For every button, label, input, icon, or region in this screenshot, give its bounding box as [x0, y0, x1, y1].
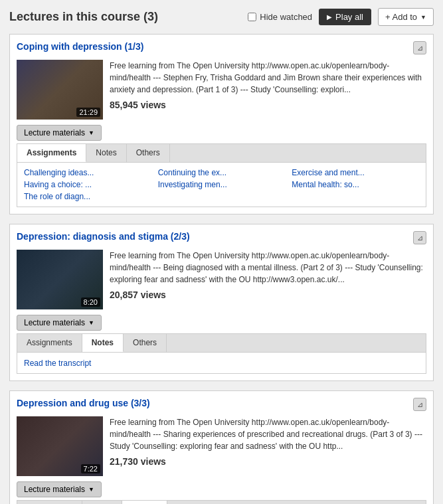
lecture-desc-3: Free learning from The Open University h…	[110, 416, 426, 452]
views-count-2: 20,857 views	[110, 290, 426, 300]
materials-dropdown-1[interactable]: Lecture materials	[17, 125, 102, 141]
tab-others-2[interactable]: Others	[124, 334, 167, 352]
hide-watched-checkbox[interactable]	[248, 13, 256, 21]
lecture-desc-2: Free learning from The Open University h…	[110, 250, 426, 286]
lecture-header-3: Depression and drug use (3/3) ⊿	[17, 398, 426, 411]
links-grid-1: Challenging ideas... Continuing the ex..…	[24, 168, 419, 201]
lecture-card-1: Coping with depression (1/3) ⊿ 21:29 Fre…	[9, 34, 434, 214]
lecture-info-2: Free learning from The Open University h…	[110, 250, 426, 309]
add-to-button[interactable]: + Add to	[378, 8, 434, 26]
link-1-5[interactable]: Investigating men...	[158, 180, 286, 189]
tabs-3: Assignments Notes Others	[17, 501, 426, 504]
materials-dropdown-2[interactable]: Lecture materials	[17, 315, 102, 331]
link-1-1[interactable]: Challenging ideas...	[24, 168, 151, 177]
lecture-body-2: 8:20 Free learning from The Open Univers…	[17, 250, 426, 309]
lecture-thumbnail-2[interactable]: 8:20	[17, 250, 103, 309]
lecture-thumbnail-3[interactable]: 7:22	[17, 416, 103, 476]
materials-section-3: Lecture materials Assignments Notes Othe…	[17, 481, 426, 504]
page-title: Lectures in this course (3)	[9, 10, 158, 24]
tab-assignments-1[interactable]: Assignments	[17, 144, 86, 162]
materials-panel-2: Assignments Notes Others Read the transc…	[17, 333, 426, 374]
lecture-info-1: Free learning from The Open University h…	[110, 60, 426, 120]
tab-content-1: Challenging ideas... Continuing the ex..…	[17, 163, 426, 207]
lecture-title-2[interactable]: Depression: diagnosis and stigma (2/3)	[17, 231, 190, 242]
lecture-body-3: 7:22 Free learning from The Open Univers…	[17, 416, 426, 476]
lecture-card-2: Depression: diagnosis and stigma (2/3) ⊿…	[9, 224, 434, 381]
tab-assignments-3[interactable]: Assignments	[17, 501, 82, 504]
thumb-duration-3: 7:22	[81, 464, 100, 473]
lecture-title-3[interactable]: Depression and drug use (3/3)	[17, 398, 150, 408]
tabs-2: Assignments Notes Others	[17, 334, 426, 353]
transcript-link-2[interactable]: Read the transcript	[24, 359, 91, 368]
tab-notes-3[interactable]: Notes	[82, 501, 122, 504]
link-1-6[interactable]: Mental health: so...	[292, 180, 419, 189]
materials-panel-1: Assignments Notes Others Challenging ide…	[17, 143, 426, 207]
tabs-1: Assignments Notes Others	[17, 144, 426, 163]
link-1-7[interactable]: The role of diagn...	[24, 192, 151, 201]
hide-watched-text: Hide watched	[260, 12, 312, 22]
collapse-button-2[interactable]: ⊿	[413, 231, 426, 244]
thumb-duration-2: 8:20	[81, 297, 100, 307]
tab-content-2: Read the transcript	[17, 353, 426, 373]
collapse-button-3[interactable]: ⊿	[413, 398, 426, 411]
collapse-button-1[interactable]: ⊿	[413, 41, 426, 54]
materials-section-2: Lecture materials Assignments Notes Othe…	[17, 315, 426, 374]
lecture-title-1[interactable]: Coping with depression (1/3)	[17, 41, 143, 52]
lecture-header-1: Coping with depression (1/3) ⊿	[17, 41, 426, 54]
views-count-1: 85,945 views	[110, 100, 426, 110]
tab-notes-1[interactable]: Notes	[86, 144, 126, 162]
materials-panel-3: Assignments Notes Others Challenging ide…	[17, 500, 426, 504]
lecture-body-1: 21:29 Free learning from The Open Univer…	[17, 60, 426, 120]
link-1-3[interactable]: Exercise and ment...	[292, 168, 419, 177]
page-header: Lectures in this course (3) Hide watched…	[9, 8, 434, 26]
tab-notes-2[interactable]: Notes	[82, 334, 124, 352]
lecture-info-3: Free learning from The Open University h…	[110, 416, 426, 476]
thumb-duration-1: 21:29	[76, 108, 100, 117]
page-container: Lectures in this course (3) Hide watched…	[0, 0, 443, 504]
lecture-thumbnail-1[interactable]: 21:29	[17, 60, 103, 120]
play-all-button[interactable]: Play all	[319, 9, 371, 25]
header-controls: Hide watched Play all + Add to	[248, 8, 434, 26]
materials-section-1: Lecture materials Assignments Notes Othe…	[17, 125, 426, 207]
lecture-card-3: Depression and drug use (3/3) ⊿ 7:22 Fre…	[9, 390, 434, 504]
views-count-3: 21,730 views	[110, 456, 426, 467]
lecture-header-2: Depression: diagnosis and stigma (2/3) ⊿	[17, 231, 426, 244]
tab-others-3[interactable]: Others	[122, 501, 167, 504]
link-1-2[interactable]: Continuing the ex...	[158, 168, 286, 177]
tab-assignments-2[interactable]: Assignments	[17, 334, 82, 352]
tab-others-1[interactable]: Others	[127, 144, 170, 162]
hide-watched-label[interactable]: Hide watched	[248, 12, 312, 22]
link-1-4[interactable]: Having a choice: ...	[24, 180, 151, 189]
lecture-desc-1: Free learning from The Open University h…	[110, 60, 426, 96]
materials-dropdown-3[interactable]: Lecture materials	[17, 481, 102, 497]
